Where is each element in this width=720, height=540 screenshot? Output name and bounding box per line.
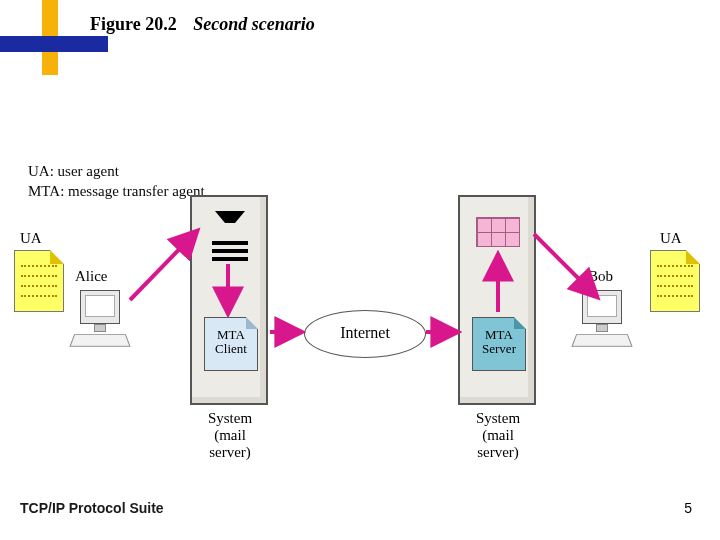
internet-node: Internet: [304, 310, 426, 358]
arrow-server2-to-bob: [534, 234, 596, 296]
diagram: UA Alice MTAClient System(mail server) I…: [0, 0, 720, 540]
internet-label: Internet: [340, 324, 390, 341]
ua-label-right: UA: [660, 230, 682, 247]
mail-server-left: MTAClient: [190, 195, 268, 405]
system-label-left: System(mail server): [192, 410, 268, 461]
bob-label: Bob: [588, 268, 613, 285]
mail-server-right: MTAServer: [458, 195, 536, 405]
ua-label-left: UA: [20, 230, 42, 247]
mta-client-box: MTAClient: [204, 317, 258, 371]
bob-computer-icon: [574, 290, 630, 350]
mta-server-label: MTAServer: [482, 327, 516, 356]
system-label-right: System(mail server): [460, 410, 536, 461]
ua-note-right: [650, 250, 700, 312]
alice-computer-icon: [72, 290, 128, 350]
footer-text: TCP/IP Protocol Suite: [20, 500, 164, 516]
queue-icon: [210, 211, 250, 255]
mailbox-icon: [476, 217, 520, 247]
ua-note-left: [14, 250, 64, 312]
arrow-alice-to-server1: [130, 232, 196, 300]
alice-label: Alice: [75, 268, 107, 285]
page-number: 5: [684, 500, 692, 516]
mta-server-box: MTAServer: [472, 317, 526, 371]
mta-client-label: MTAClient: [215, 327, 247, 356]
